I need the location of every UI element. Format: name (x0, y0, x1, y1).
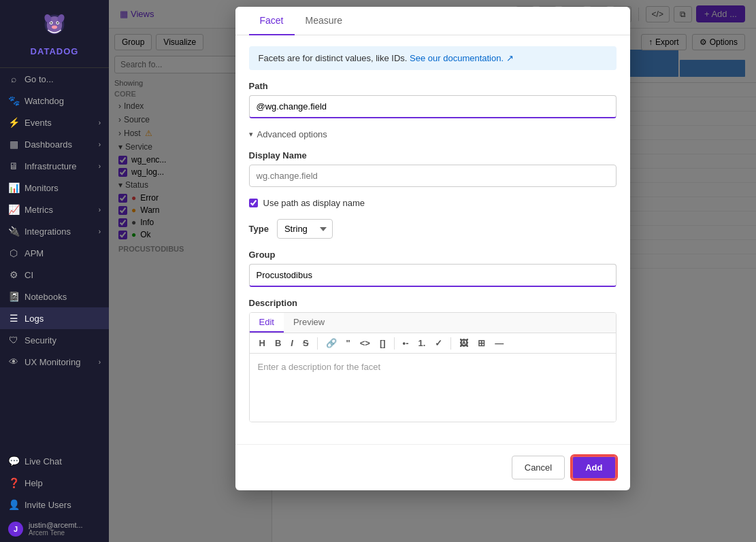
sidebar-item-notebooks[interactable]: 📓 Notebooks (0, 286, 109, 307)
sidebar-item-dashboards[interactable]: ▦ Dashboards › (0, 133, 109, 155)
sidebar-item-label: Go to... (24, 74, 54, 84)
sidebar-item-ux-monitoring[interactable]: 👁 UX Monitoring › (0, 351, 109, 373)
description-label: Description (249, 298, 617, 308)
sidebar-item-label: Dashboards (24, 139, 72, 150)
use-path-checkbox-row: Use path as display name (249, 198, 617, 208)
sidebar-item-live-chat[interactable]: 💬 Live Chat (0, 450, 109, 472)
chevron-right-icon: › (99, 358, 101, 366)
editor-tab-preview[interactable]: Preview (284, 313, 334, 333)
group-input[interactable] (249, 264, 617, 287)
tab-facet-label: Facet (260, 15, 284, 26)
logs-icon: ☰ (8, 313, 19, 324)
edit-tab-label: Edit (259, 317, 274, 327)
sidebar-item-help[interactable]: ❓ Help (0, 472, 109, 494)
tab-facet[interactable]: Facet (249, 7, 295, 35)
italic-button[interactable]: I (286, 336, 297, 350)
path-label: Path (249, 81, 617, 91)
hr-button[interactable]: — (491, 336, 508, 350)
sidebar-item-monitors[interactable]: 📊 Monitors (0, 177, 109, 199)
separator (450, 337, 451, 350)
tab-measure[interactable]: Measure (295, 7, 353, 35)
notebooks-icon: 📓 (8, 291, 19, 302)
editor-tab-edit[interactable]: Edit (250, 313, 284, 333)
chevron-right-icon: › (99, 163, 101, 170)
type-select[interactable]: String Integer Double (277, 219, 333, 239)
quote-button[interactable]: " (342, 336, 355, 350)
sidebar-item-events[interactable]: ⚡ Events › (0, 112, 109, 133)
sidebar-item-apm[interactable]: ⬡ APM (0, 242, 109, 264)
ordered-list-button[interactable]: 1. (414, 336, 430, 350)
cancel-button[interactable]: Cancel (512, 456, 565, 479)
display-name-group: Display Name (249, 150, 617, 187)
invite-icon: 👤 (8, 499, 19, 510)
preview-tab-label: Preview (293, 317, 325, 327)
main-content: ▦ Views ◀ ▶ ▶▶ ⊖ ↺ </> ⧉ + Add ... Group… (109, 0, 756, 542)
sidebar-item-ci[interactable]: ⚙ CI (0, 264, 109, 286)
group-group: Group (249, 250, 617, 287)
chevron-right-icon: › (99, 228, 101, 235)
svg-point-5 (57, 22, 59, 23)
apm-icon: ⬡ (8, 248, 19, 258)
task-list-button[interactable]: ✓ (431, 336, 446, 350)
editor-placeholder: Enter a description for the facet (258, 362, 381, 372)
documentation-link[interactable]: See our documentation. ↗ (410, 53, 514, 63)
dashboards-icon: ▦ (8, 139, 19, 150)
external-link-icon: ↗ (506, 53, 514, 63)
sidebar-item-logs[interactable]: ☰ Logs (0, 307, 109, 329)
add-button[interactable]: Add (572, 456, 616, 479)
display-name-label: Display Name (249, 150, 617, 160)
sidebar-item-metrics[interactable]: 📈 Metrics › (0, 199, 109, 220)
sidebar-item-integrations[interactable]: 🔌 Integrations › (0, 220, 109, 242)
sidebar-item-label: Invite Users (24, 500, 71, 510)
display-name-input[interactable] (249, 165, 617, 187)
group-label: Group (249, 250, 617, 260)
modal-footer: Cancel Add (235, 444, 630, 490)
sidebar-item-label: Events (24, 118, 52, 128)
path-input[interactable] (249, 95, 617, 118)
advanced-options-toggle[interactable]: ▾ Advanced options (249, 129, 617, 139)
separator (317, 337, 318, 350)
unordered-list-button[interactable]: •- (399, 336, 413, 350)
user-profile[interactable]: J justin@arcemt... Arcem Tene (0, 515, 109, 542)
strikethrough-button[interactable]: S (299, 336, 313, 350)
sidebar-item-label: APM (24, 248, 44, 258)
sidebar-item-label: Logs (24, 314, 44, 324)
code-button[interactable]: <> (356, 336, 374, 350)
type-label: Type (249, 224, 269, 234)
code-block-button[interactable]: [] (376, 336, 390, 350)
advanced-options-label: Advanced options (257, 129, 327, 139)
user-subtitle: Arcem Tene (29, 529, 83, 537)
logo-text: DATADOG (31, 46, 79, 56)
bold-button[interactable]: B (271, 336, 285, 350)
use-path-label: Use path as display name (263, 198, 365, 208)
heading-button[interactable]: H (255, 336, 269, 350)
sidebar-item-label: Security (24, 335, 56, 345)
svg-point-4 (50, 22, 52, 23)
sidebar-item-label: Help (24, 478, 43, 488)
description-group: Description Edit Preview H B (249, 298, 617, 422)
editor-toolbar: H B I S 🔗 " <> [] •- 1. ✓ (250, 333, 616, 354)
sidebar-item-label: Monitors (24, 183, 59, 193)
table-button[interactable]: ⊞ (474, 336, 489, 350)
chevron-right-icon: › (99, 141, 101, 148)
infrastructure-icon: 🖥 (8, 160, 19, 171)
live-chat-icon: 💬 (8, 456, 19, 467)
help-icon: ❓ (8, 477, 19, 488)
sidebar-item-goto[interactable]: ⌕ Go to... (0, 68, 109, 90)
use-path-checkbox[interactable] (249, 199, 258, 207)
user-name: justin@arcemt... (29, 521, 83, 529)
chevron-right-icon: › (99, 119, 101, 126)
monitors-icon: 📊 (8, 182, 19, 193)
security-icon: 🛡 (8, 335, 19, 345)
info-text: Facets are for distinct values, like IDs… (259, 53, 408, 63)
path-group: Path (249, 81, 617, 118)
sidebar-item-infrastructure[interactable]: 🖥 Infrastructure › (0, 155, 109, 177)
modal-tabs: Facet Measure (235, 7, 630, 35)
image-button[interactable]: 🖼 (455, 336, 472, 350)
link-button[interactable]: 🔗 (322, 336, 341, 350)
sidebar-item-invite-users[interactable]: 👤 Invite Users (0, 494, 109, 515)
sidebar-item-watchdog[interactable]: 🐾 Watchdog (0, 90, 109, 112)
sidebar-item-security[interactable]: 🛡 Security (0, 329, 109, 351)
editor-content-area[interactable]: Enter a description for the facet (250, 354, 616, 422)
svg-point-6 (52, 26, 57, 29)
